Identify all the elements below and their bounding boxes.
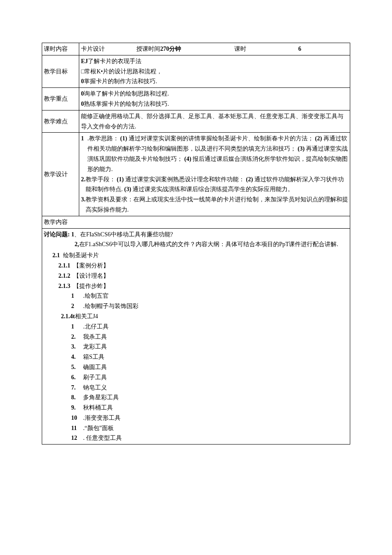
goal2: □常根K•片的设计思路和流程， (81, 67, 348, 77)
d2t3: 通过课党实战演练和课后综合演练提高学生的实际应用能力。 (133, 186, 294, 192)
tool-row: 7.钠皂工义 (69, 383, 348, 393)
sec-2-1-3-row: 2.1.3 【提作步蚱】 (58, 281, 348, 291)
d1-body: .教学思路： (1) 通过对课堂实训案例的讲情掌握绘制圣诞卡片、绘制新春卡片的方… (87, 134, 348, 174)
tool-row: 10.渐变变形工具 (69, 413, 348, 423)
tool-row: 1.北仔工具 (69, 322, 348, 332)
tool-row: 2.我杀工具 (69, 332, 348, 342)
tool-num: 10 (71, 413, 83, 423)
tool-row: 9.秋料桶工具 (69, 403, 348, 413)
tool-text: 秋料桶工具 (83, 403, 113, 413)
d1p3: (3) (298, 145, 305, 152)
sec-2-1-1-row: 2.1.1 【案例分析】 (58, 261, 348, 271)
sec-2-1-2: 【设计理名】 (73, 273, 109, 279)
tool-text: 我杀工具 (83, 332, 107, 342)
tool-text: 刷子工具 (83, 372, 107, 383)
tool-list: 1.北仔工具2.我杀工具3.龙彩工具4.箱S工具5.确圆工具6.刷子工具7.钠皂… (69, 322, 348, 444)
lbl-teaching-content: 教学内容 (42, 216, 350, 228)
discussion-q2: 在F1.aShCS6中可以导入哪几种格式的文件？内容大纲：具体可结合本项目的Pp… (79, 241, 338, 247)
s21n: 2.1 (52, 252, 60, 259)
tool-num: 5. (71, 362, 83, 372)
d1p4: (4) (184, 156, 191, 162)
discussion: 讨论问题: 1、在FIaShCS6中移动工具有廉些功能? (44, 230, 348, 240)
lbl-design: 教学设计 (42, 133, 79, 216)
difficulty-cell: 能修正确使用格动工具、部分选择工具、足形工具、基本矩形工具、任意变形工具、渐变变… (79, 110, 350, 133)
goal3-pre: 0 (81, 78, 84, 84)
sec-2-1-2-row: 2.1.2 【设计理名】 (58, 271, 348, 281)
step2n: 2 (71, 301, 83, 311)
time-val: 270分钟 (160, 46, 181, 52)
tool-row: 4.箱S工具 (69, 352, 348, 362)
emp1-pre: 0 (81, 90, 84, 97)
d2-lead: 教学手段： (86, 176, 115, 183)
tool-num: 7. (71, 383, 83, 393)
d1-num: 1 (81, 134, 84, 174)
tool-row: 5.确圆工具 (69, 362, 348, 372)
tool-text: .“颜包”面板 (83, 423, 114, 433)
emphasis-cell: 0询单了解卡片的绘制思路和过程. 0熟练掌握卡片的绘制方法和技巧. (79, 88, 350, 110)
tool-text: .北仔工具 (83, 322, 109, 332)
tool-num: 2. (71, 332, 83, 342)
tool-num: 6. (71, 372, 83, 383)
time-block: 授课时间270分钟 (136, 44, 234, 54)
d3-num: 3. (81, 195, 86, 215)
tool-row: 8.多角星彩工具 (69, 392, 348, 403)
d2p3: (3) (124, 186, 131, 192)
emp2-pre: 0 (81, 101, 84, 107)
sec-2-1-4-row: 2.1.4t相关工J4 (61, 311, 348, 322)
topic: 卡片设计 (81, 44, 136, 54)
step-1-row: 1 .绘制五官 (69, 291, 348, 301)
goal1-pre: EJ (81, 58, 88, 64)
sec-2-1-row: 2.1 绘制圣诞卡片 (52, 250, 348, 261)
tool-row: 12. 任意变型工具 (69, 433, 348, 443)
emp2: 熟练掌握卡片的绘制方法和技巧. (84, 101, 169, 107)
tool-text: 确圆工具 (83, 362, 107, 372)
step1n: 1 (71, 291, 83, 301)
goal3: 掌握卡片的制作方法和技巧. (84, 78, 157, 84)
tool-row: 11.“颜包”面板 (69, 423, 348, 433)
d2p2: (2) (246, 176, 253, 183)
discuss-lead: 讨论问题: (44, 231, 70, 238)
lbl-emphasis: 教学重点 (42, 88, 79, 110)
sec-2-1-4: 相关工J4 (75, 313, 98, 320)
row1-cell: 卡片设计 授课时间270分钟 课时 6 (79, 43, 350, 55)
d1p1: (1) (120, 135, 127, 142)
sec-2-1: 绘制圣诞卡片 (63, 252, 99, 259)
lbl-time: 授课时间 (136, 46, 160, 52)
tool-text: 多角星彩工具 (83, 392, 119, 403)
tool-num: 12 (71, 433, 83, 443)
emp1: 询单了解卡片的绘制思路和过程. (84, 90, 169, 97)
tool-num: 9. (71, 403, 83, 413)
goal1: 了解卡片的衣现手法 (88, 58, 141, 64)
tool-text: 钠皂工义 (83, 383, 107, 393)
lbl-goals: 教学目标 (42, 55, 79, 87)
tool-text: 龙彩工具 (83, 342, 107, 352)
content-body: 讨论问题: 1、在FIaShCS6中移动工具有廉些功能? 2,在F1.aShCS… (42, 228, 350, 445)
sec-2-1-1: 【案例分析】 (73, 262, 109, 269)
tool-text: 箱S工具 (83, 352, 104, 362)
s213n: 2.1.3 (58, 283, 70, 289)
goals-cell: EJ了解卡片的衣现手法 □常根K•片的设计思路和流程， 0掌握卡片的制作方法和技… (79, 55, 350, 87)
tool-num: 8. (71, 392, 83, 403)
tool-num: 4. (71, 352, 83, 362)
d2p1: (1) (117, 176, 124, 183)
tool-num: 3. (71, 342, 83, 352)
d3-body: 教学资料及要求：在网上或现实生活中找一线简单的卡片进行绘制，来加深学员对知识点的… (86, 195, 349, 215)
d1t1: 通过对课堂实训案例的讲情掌握绘制圣诞卡片、绘制新春卡片的方法； (129, 135, 314, 142)
lbl-hours: 课时 (234, 44, 298, 54)
tool-row: 3.龙彩工具 (69, 342, 348, 352)
tool-text: .渐变变形工具 (83, 413, 121, 423)
tool-num: 1 (71, 322, 83, 332)
step-2: .绘制帽子与装饰国彩 (83, 301, 138, 311)
discussion-q2-row: 2,在F1.aShCS6中可以导入哪几种格式的文件？内容大纲：具体可结合本项目的… (44, 239, 348, 250)
discussion-q1: 、在FIaShCS6中移动工具有廉些功能? (74, 231, 173, 238)
s212n: 2.1.2 (58, 273, 70, 279)
hours-val: 6 (298, 44, 301, 54)
lesson-plan-table: 课时内容 卡片设计 授课时间270分钟 课时 6 教学目标 EJ了解卡片的衣现手… (42, 43, 350, 445)
tool-text: . 任意变型工具 (83, 433, 122, 443)
step-1: .绘制五官 (83, 291, 109, 301)
d1p2: (2) (315, 135, 322, 142)
tool-num: 11 (71, 423, 83, 433)
d1-lead: .教学思路： (87, 135, 119, 142)
d2n: 2, (75, 241, 79, 247)
d2t1: 通过课堂实训案例熟悉设计理念和软件功能： (125, 176, 245, 183)
